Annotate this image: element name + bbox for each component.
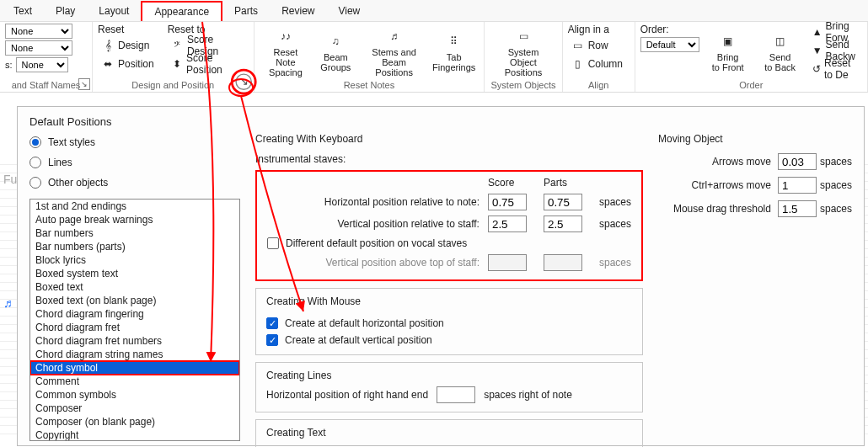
tab-text[interactable]: Text <box>2 2 44 20</box>
row-icon: ▭ <box>571 39 585 52</box>
list-item[interactable]: Block lyrics <box>30 253 239 267</box>
list-item[interactable]: Composer <box>30 402 239 415</box>
creating-text-fieldset: Creating Text <box>255 419 643 447</box>
list-item[interactable]: Boxed text (on blank page) <box>30 294 239 307</box>
vpos-score-input[interactable] <box>488 216 527 232</box>
tab-play[interactable]: Play <box>44 2 87 20</box>
reset-position-button[interactable]: ⬌Position <box>98 56 158 72</box>
list-item[interactable]: Boxed system text <box>30 267 239 280</box>
send-backward-button[interactable]: ▼Send Backw <box>809 42 862 59</box>
instrumental-staves-label: Instrumental staves: <box>255 153 643 165</box>
list-item[interactable]: Common symbols <box>30 388 239 402</box>
ribbon: None None s: None and Staff Names ↘ Rese… <box>0 22 868 93</box>
ctrl-arrows-label: Ctrl+arrows move <box>658 179 771 191</box>
vocal-vpos-parts-input <box>544 254 582 271</box>
beam-groups-button[interactable]: ♫Beam Groups <box>312 24 359 80</box>
drag-threshold-label: Mouse drag threshold <box>658 203 771 215</box>
reset-default-icon: ↺ <box>812 62 821 76</box>
list-item[interactable]: Chord symbol <box>30 361 239 375</box>
radio-text-styles[interactable]: Text styles <box>29 136 240 148</box>
hpos-parts-input[interactable] <box>544 194 582 210</box>
reset-to-default-button[interactable]: ↺Reset to De <box>809 61 862 77</box>
list-item[interactable]: Bar numbers (parts) <box>30 240 239 253</box>
score-text-fragment: Fu <box>3 173 17 186</box>
list-item[interactable]: Chord diagram fret <box>30 321 239 334</box>
vocal-vpos-score-input <box>488 254 527 271</box>
column-icon: ▯ <box>571 57 585 71</box>
arrows-move-input[interactable] <box>778 153 817 170</box>
tab-parts[interactable]: Parts <box>222 2 270 20</box>
list-item[interactable]: Chord diagram fret numbers <box>30 334 239 348</box>
bring-forward-button[interactable]: ▲Bring Forw <box>809 24 862 40</box>
score-note-fragment: ♬ <box>3 296 13 310</box>
list-item[interactable]: Boxed text <box>30 280 239 294</box>
radio-lines[interactable]: Lines <box>29 157 240 168</box>
tab-layout[interactable]: Layout <box>87 2 141 20</box>
style-listbox[interactable]: 1st and 2nd endingsAuto page break warni… <box>29 199 240 441</box>
col-score: Score <box>488 177 535 189</box>
list-item[interactable]: Comment <box>30 375 239 388</box>
order-combo[interactable]: Default <box>640 37 699 52</box>
tab-review[interactable]: Review <box>270 2 326 20</box>
beam-groups-icon: ♫ <box>324 32 346 51</box>
reset-score-design-button[interactable]: 𝄢Score Design <box>168 37 249 54</box>
list-item[interactable]: 1st and 2nd endings <box>30 200 239 213</box>
list-item[interactable]: Chord diagram fingering <box>30 307 239 321</box>
score-design-icon: 𝄢 <box>171 39 184 52</box>
mouse-default-h-checkbox[interactable]: ✓Create at default horizontal position <box>266 317 632 329</box>
reset-label: Reset <box>98 24 158 35</box>
group-caption-order: Order <box>640 80 862 92</box>
vocal-vpos-unit: spaces <box>599 257 631 269</box>
creating-mouse-title: Creating With Mouse <box>263 295 364 307</box>
align-column-button[interactable]: ▯Column <box>568 56 626 72</box>
system-object-icon: ▭ <box>512 27 534 45</box>
design-position-launcher-icon[interactable]: ↘ <box>235 73 252 90</box>
combo-a[interactable]: None <box>5 24 72 39</box>
list-item[interactable]: Copyright <box>30 428 239 441</box>
vpos-parts-input[interactable] <box>544 216 582 232</box>
send-to-back-button[interactable]: ◫Send to Back <box>757 24 804 80</box>
list-item[interactable]: Chord diagram string names <box>30 348 239 361</box>
reset-note-spacing-button[interactable]: ♪♪Reset Note Spacing <box>260 24 313 80</box>
note-spacing-icon: ♪♪ <box>275 27 297 45</box>
design-icon: 𝄞 <box>101 39 115 52</box>
tab-view[interactable]: View <box>326 2 372 20</box>
bring-to-front-button[interactable]: ▣Bring to Front <box>705 24 752 80</box>
mouse-default-v-checkbox[interactable]: ✓Create at default vertical position <box>266 334 632 346</box>
group-caption-system-objects: System Objects <box>490 80 556 92</box>
align-row-button[interactable]: ▭Row <box>568 37 626 54</box>
stems-beam-icon: ♬ <box>383 27 405 45</box>
group-caption-design-position: Design and Position <box>98 80 249 92</box>
vpos-label: Vertical position relative to staff: <box>267 218 480 230</box>
col-parts: Parts <box>544 177 591 189</box>
diff-vocal-checkbox[interactable]: Different default position on vocal stav… <box>267 237 631 249</box>
rh-end-input[interactable] <box>437 386 475 403</box>
staffnames-launcher-icon[interactable]: ↘ <box>78 78 90 90</box>
stems-beam-positions-button[interactable]: ♬Stems and Beam Positions <box>359 24 429 80</box>
dialog-title: Default Positions <box>18 107 864 133</box>
bring-front-icon: ▣ <box>717 32 739 51</box>
score-position-icon: ⬍ <box>171 57 183 71</box>
order-label: Order: <box>640 24 699 35</box>
drag-threshold-input[interactable] <box>778 200 817 217</box>
list-item[interactable]: Composer (on blank page) <box>30 415 239 428</box>
drag-unit: spaces <box>820 203 852 215</box>
group-caption-staffnames: and Staff Names <box>5 80 87 92</box>
combo-c[interactable]: None <box>16 57 68 72</box>
category-radio-group: Text styles Lines Other objects <box>29 133 240 199</box>
align-in-a-label: Align in a <box>568 24 626 35</box>
list-item[interactable]: Auto page break warnings <box>30 213 239 226</box>
vocal-vpos-label: Vertical position above top of staff: <box>267 257 480 269</box>
group-caption-reset-notes: Reset Notes <box>260 80 480 92</box>
system-object-positions-button[interactable]: ▭System Object Positions <box>490 24 556 80</box>
vpos-unit: spaces <box>599 218 631 230</box>
reset-design-button[interactable]: 𝄞Design <box>98 37 158 54</box>
reset-score-position-button[interactable]: ⬍Score Position <box>168 56 249 72</box>
list-item[interactable]: Bar numbers <box>30 226 239 240</box>
ctrl-arrows-input[interactable] <box>778 177 817 194</box>
tab-appearance[interactable]: Appearance <box>141 1 222 21</box>
combo-b[interactable]: None <box>5 40 72 56</box>
radio-other-objects[interactable]: Other objects <box>29 177 240 189</box>
tab-fingerings-button[interactable]: ⠿Tab Fingerings <box>429 24 479 80</box>
hpos-score-input[interactable] <box>488 194 527 210</box>
